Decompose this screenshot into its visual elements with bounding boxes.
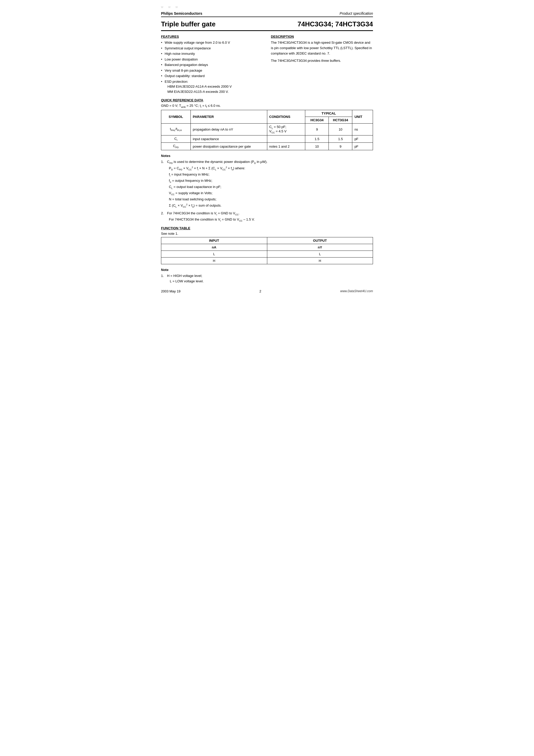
footer-date: 2003 May 19 bbox=[161, 289, 180, 293]
cell-unit: ns bbox=[352, 123, 373, 135]
footer-page: 2 bbox=[259, 289, 261, 293]
cell-unit: pF bbox=[352, 135, 373, 143]
func-col-na: nA bbox=[161, 244, 267, 251]
list-item: Very small 8-pin package bbox=[161, 68, 263, 73]
col-header-hc: HC3G34 bbox=[305, 117, 329, 123]
table-row: L L bbox=[161, 251, 373, 257]
cell-cond: CL = 50 pF;VCC = 4.5 V bbox=[267, 123, 305, 135]
note-item-1: 1. CPD is used to determine the dynamic … bbox=[161, 159, 373, 209]
col-header-hct: HCT3G34 bbox=[329, 117, 352, 123]
notes-list: 1. CPD is used to determine the dynamic … bbox=[161, 159, 373, 223]
description-col: DESCRIPTION The 74HC3G/HCT3G34 is a high… bbox=[271, 35, 373, 94]
function-table-heading: FUNCTION TABLE bbox=[161, 226, 373, 230]
cell-param: propagation delay nA to nY bbox=[191, 123, 267, 135]
qrd-heading: QUICK REFERENCE DATA bbox=[161, 98, 373, 102]
footer-note-section: Note 1. H = HIGH voltage level; L = LOW … bbox=[161, 268, 373, 284]
watermark: w w w bbox=[161, 5, 373, 9]
footer-note-heading: Note bbox=[161, 268, 373, 272]
table-row: CPD power dissipation capacitance per ga… bbox=[161, 143, 373, 150]
company-name: Philips Semiconductors bbox=[161, 12, 202, 15]
features-heading: FEATURES bbox=[161, 35, 263, 39]
description-para2: The 74HC3G/HCT3G34 provides three buffer… bbox=[271, 58, 373, 64]
col-header-typical: TYPICAL bbox=[305, 110, 352, 117]
func-cell-output-l: L bbox=[267, 251, 373, 257]
qrd-table: SYMBOL PARAMETER CONDITIONS TYPICAL UNIT… bbox=[161, 110, 373, 150]
notes-heading: Notes bbox=[161, 154, 373, 158]
list-item: Wide supply voltage range from 2.0 to 6.… bbox=[161, 40, 263, 45]
description-para1: The 74HC3G/HCT3G34 is a high-speed Si-ga… bbox=[271, 40, 373, 56]
list-item: Balanced propagation delays bbox=[161, 62, 263, 68]
col-header-unit: UNIT bbox=[352, 110, 373, 123]
doc-type: Product specification bbox=[340, 12, 373, 15]
footer-note-list: 1. H = HIGH voltage level; L = LOW volta… bbox=[161, 273, 373, 284]
cell-cond: notes 1 and 2 bbox=[267, 143, 305, 150]
list-item: Output capability: standard bbox=[161, 73, 263, 79]
qrd-conditions: GND = 0 V; Tamb = 25 °C; tr = tf ≤ 6.0 n… bbox=[161, 104, 373, 108]
col-header-symbol: SYMBOL bbox=[161, 110, 191, 123]
cell-hc: 9 bbox=[305, 123, 329, 135]
func-cell-input-h: H bbox=[161, 257, 267, 264]
cell-hc: 10 bbox=[305, 143, 329, 150]
features-col: FEATURES Wide supply voltage range from … bbox=[161, 35, 263, 94]
features-description-section: FEATURES Wide supply voltage range from … bbox=[161, 35, 373, 94]
table-row: tPHL/tPLH propagation delay nA to nY CL … bbox=[161, 123, 373, 135]
product-title: Triple buffer gate bbox=[161, 20, 216, 28]
list-item: ESD protection: HBM EIA/JESD22-A114-A ex… bbox=[161, 79, 263, 94]
title-row: Triple buffer gate 74HC3G34; 74HCT3G34 bbox=[161, 20, 373, 31]
footer-bar: 2003 May 19 2 www.DataSheet4U.com bbox=[161, 289, 373, 293]
cell-hct: 10 bbox=[329, 123, 352, 135]
cell-param: power dissipation capacitance per gate bbox=[191, 143, 267, 150]
function-table-section: FUNCTION TABLE See note 1. INPUT OUTPUT … bbox=[161, 226, 373, 264]
cell-unit: pF bbox=[352, 143, 373, 150]
notes-section: Notes 1. CPD is used to determine the dy… bbox=[161, 154, 373, 223]
header-bar: Philips Semiconductors Product specifica… bbox=[161, 12, 373, 17]
footer-note-item: 1. H = HIGH voltage level; L = LOW volta… bbox=[161, 273, 373, 284]
cell-symbol: CPD bbox=[161, 143, 191, 150]
cell-symbol: tPHL/tPLH bbox=[161, 123, 191, 135]
table-row: CI input capacitance 1.5 1.5 pF bbox=[161, 135, 373, 143]
cell-hct: 1.5 bbox=[329, 135, 352, 143]
footer-website: www.DataSheet4U.com bbox=[340, 289, 373, 293]
func-col-ny: nY bbox=[267, 244, 373, 251]
list-item: Symmetrical output impedance bbox=[161, 46, 263, 51]
func-cell-input-l: L bbox=[161, 251, 267, 257]
cell-hct: 9 bbox=[329, 143, 352, 150]
product-number: 74HC3G34; 74HCT3G34 bbox=[298, 20, 373, 28]
func-cell-output-h: H bbox=[267, 257, 373, 264]
col-header-cond: CONDITIONS bbox=[267, 110, 305, 123]
function-table: INPUT OUTPUT nA nY L L H H bbox=[161, 237, 373, 264]
qrd-section: QUICK REFERENCE DATA GND = 0 V; Tamb = 2… bbox=[161, 98, 373, 150]
cell-symbol: CI bbox=[161, 135, 191, 143]
func-col-input: INPUT bbox=[161, 237, 267, 244]
description-heading: DESCRIPTION bbox=[271, 35, 373, 39]
cell-cond bbox=[267, 135, 305, 143]
col-header-param: PARAMETER bbox=[191, 110, 267, 123]
table-row: H H bbox=[161, 257, 373, 264]
cell-param: input capacitance bbox=[191, 135, 267, 143]
function-table-note: See note 1. bbox=[161, 232, 373, 235]
note-item-2: 2. For 74HC3G34 the condition is VI = GN… bbox=[161, 211, 373, 223]
cell-hc: 1.5 bbox=[305, 135, 329, 143]
features-list: Wide supply voltage range from 2.0 to 6.… bbox=[161, 40, 263, 94]
list-item: High noise immunity bbox=[161, 51, 263, 56]
list-item: Low power dissipation bbox=[161, 57, 263, 62]
func-col-output: OUTPUT bbox=[267, 237, 373, 244]
